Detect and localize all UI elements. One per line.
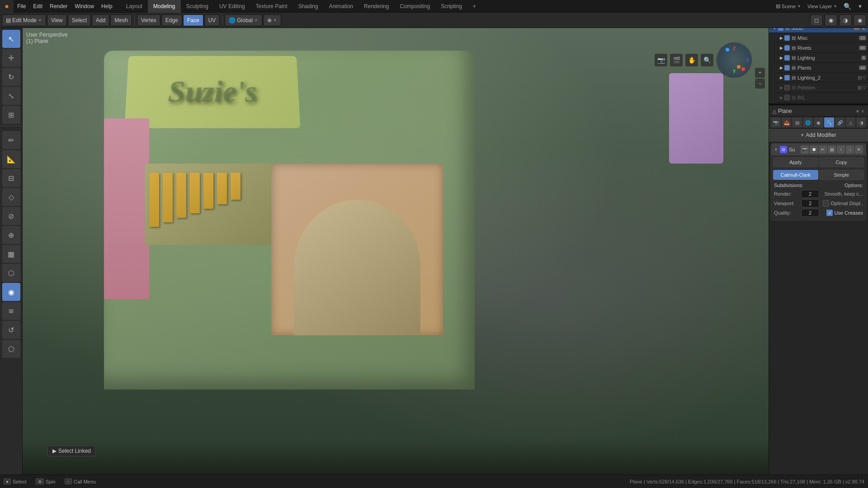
object-expand-btn[interactable]: ▼	[855, 109, 860, 114]
prop-tab-world[interactable]: 🌐	[803, 117, 813, 127]
filter-button[interactable]: ▼	[856, 4, 864, 9]
tool-move[interactable]: ✛	[2, 49, 20, 67]
collection-item-rivets[interactable]: ▶ ▤ Rivets 99	[776, 43, 868, 53]
prop-tab-data[interactable]: △	[846, 117, 856, 127]
tab-sculpting[interactable]: Sculpting	[181, 0, 214, 13]
viewport-shade-render[interactable]: ◉	[854, 14, 866, 26]
tab-shading[interactable]: Shading	[293, 0, 324, 13]
checkbox-misc[interactable]	[784, 35, 790, 41]
tab-texture-paint[interactable]: Texture Paint	[250, 0, 293, 13]
menu-help[interactable]: Help	[98, 0, 116, 13]
mod-ctrl-up[interactable]: ↑	[837, 145, 845, 154]
tool-active[interactable]: ◉	[2, 283, 20, 301]
simple-tab[interactable]: Simple	[819, 170, 864, 180]
collection-item-lighting2[interactable]: ▶ ▤ Lighting_2 ▤ ▽	[776, 73, 868, 83]
viewport-shading-btn[interactable]: ✋	[685, 54, 698, 66]
zoom-out-btn[interactable]: −	[755, 79, 765, 89]
menu-window[interactable]: Window	[71, 0, 98, 13]
tool-shear[interactable]: ⬠	[2, 340, 20, 358]
view-btn[interactable]: View	[47, 14, 67, 26]
transform-orient-btn[interactable]: 🔍	[701, 54, 713, 66]
tab-add[interactable]: +	[467, 0, 481, 13]
checkbox-pebbles[interactable]	[784, 85, 790, 90]
checkbox-rivets[interactable]	[784, 45, 790, 51]
viewport-value[interactable]: 2	[801, 199, 819, 207]
tool-bisect[interactable]: ⊘	[2, 207, 20, 225]
tool-annotate[interactable]: ✏	[2, 131, 20, 149]
mod-ctrl-camera[interactable]: 📷	[801, 145, 809, 154]
menu-file[interactable]: File	[14, 0, 29, 13]
uv-btn[interactable]: UV	[204, 14, 220, 26]
viewport[interactable]: Suzie's User Perspective (1) Plane 📷	[23, 28, 769, 474]
navigation-gizmo[interactable]: Z X Y	[716, 42, 752, 78]
collection-item-pebbles[interactable]: ▶ ▤ Pebbles ▤ ▽	[776, 83, 868, 93]
tool-loop-cut[interactable]: ⊟	[2, 169, 20, 187]
viewport-shade-wireframe[interactable]: ◻	[810, 14, 823, 26]
tool-rotate[interactable]: ↻	[2, 68, 20, 86]
blender-logo[interactable]: ●	[0, 0, 14, 13]
tool-cursor[interactable]: ↖	[2, 30, 20, 48]
collection-item-plants[interactable]: ▶ ▤ Plants 44	[776, 63, 868, 73]
collection-item-misc[interactable]: ▶ ▤ Misc 10	[776, 33, 868, 43]
object-close-btn[interactable]: ✕	[861, 109, 864, 114]
checkbox-bg[interactable]	[784, 95, 790, 100]
transform-selector[interactable]: 🌐 Global ▼	[225, 14, 262, 26]
tab-compositing[interactable]: Compositing	[394, 0, 435, 13]
tool-measure[interactable]: 📐	[2, 150, 20, 168]
vertex-btn[interactable]: Vertex	[137, 14, 160, 26]
collection-item-bg[interactable]: ▶ ▤ BG	[776, 93, 868, 103]
checkbox-lighting2[interactable]	[784, 75, 790, 80]
tab-rendering[interactable]: Rendering	[359, 0, 394, 13]
prop-tab-output[interactable]: 📤	[782, 117, 792, 127]
tab-animation[interactable]: Animation	[324, 0, 359, 13]
prop-tab-scene[interactable]: ▤	[792, 117, 802, 127]
snap-btn[interactable]: ⊕ ▼	[263, 14, 281, 26]
tab-layout[interactable]: Layout	[121, 0, 148, 13]
modifier-expand-btn[interactable]: ▼	[774, 147, 778, 152]
render-value[interactable]: 2	[801, 190, 819, 198]
copy-btn[interactable]: Copy	[819, 157, 864, 167]
quality-value[interactable]: 2	[801, 209, 819, 217]
menu-edit[interactable]: Edit	[29, 0, 46, 13]
mesh-btn[interactable]: Mesh	[110, 14, 132, 26]
tool-scale[interactable]: ⤡	[2, 87, 20, 105]
tab-uv-editing[interactable]: UV Editing	[214, 0, 250, 13]
prop-tab-object[interactable]: ◉	[814, 117, 824, 127]
prop-tab-modifier-active[interactable]: 🔧	[824, 117, 834, 127]
viewport-shade-solid[interactable]: ◉	[825, 14, 837, 26]
mod-ctrl-realtime[interactable]: ▤	[828, 145, 836, 154]
apply-btn[interactable]: Apply	[773, 157, 818, 167]
scene-selector[interactable]: ▤ Scene ▼	[774, 3, 803, 9]
add-btn[interactable]: Add	[92, 14, 109, 26]
mode-selector[interactable]: ▤ Edit Mode ▼	[2, 14, 46, 26]
tool-inset[interactable]: ▦	[2, 245, 20, 263]
edge-btn[interactable]: Edge	[161, 14, 182, 26]
search-button[interactable]: 🔍	[842, 3, 853, 10]
tool-extrude[interactable]: ⊕	[2, 226, 20, 244]
catmull-clark-tab[interactable]: Catmull-Clark	[773, 170, 818, 180]
add-modifier-btn[interactable]: + Add Modifier	[769, 129, 868, 141]
checkbox-plants[interactable]	[784, 65, 790, 70]
prop-tab-render[interactable]: 📷	[771, 117, 781, 127]
zoom-in-btn[interactable]: +	[755, 68, 765, 78]
tool-smooth[interactable]: ≋	[2, 302, 20, 320]
select-btn[interactable]: Select	[68, 14, 91, 26]
mod-ctrl-render[interactable]: 🔲	[810, 145, 818, 154]
viewport-shade-material[interactable]: ◑	[839, 14, 852, 26]
use-creases-checkbox[interactable]: ✓	[826, 210, 833, 216]
prop-tab-constraint[interactable]: 🔗	[835, 117, 845, 127]
camera-view-btn[interactable]: 📷	[655, 54, 667, 66]
view-layer-selector[interactable]: View Layer ▼	[806, 4, 839, 9]
tool-bevel[interactable]: ⬡	[2, 264, 20, 282]
tab-modeling[interactable]: Modeling	[148, 0, 181, 13]
collection-item-lighting[interactable]: ▶ ▤ Lighting 5	[776, 53, 868, 63]
mod-ctrl-down[interactable]: ↓	[846, 145, 854, 154]
optimal-checkbox[interactable]	[823, 200, 829, 206]
checkbox-lighting[interactable]	[784, 55, 790, 61]
mod-ctrl-edit[interactable]: ✏	[819, 145, 827, 154]
mod-ctrl-close[interactable]: ✕	[855, 145, 863, 154]
tool-transform[interactable]: ⊞	[2, 106, 20, 124]
prop-tab-material[interactable]: ◑	[856, 117, 866, 127]
tool-knife[interactable]: ◇	[2, 188, 20, 206]
viewport-scene[interactable]: Suzie's	[23, 28, 769, 474]
